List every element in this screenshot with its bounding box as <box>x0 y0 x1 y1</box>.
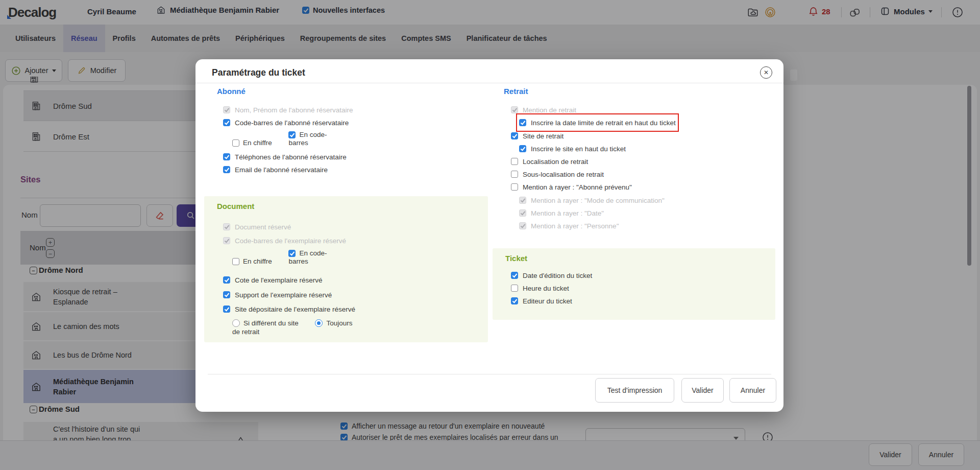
checkbox-label: Support de l'exemplaire réservé <box>235 291 332 299</box>
checkbox-row[interactable]: Cote de l'exemplaire réservé <box>223 274 322 286</box>
radio-button[interactable] <box>315 319 323 327</box>
checkbox-row[interactable]: Localisation de retrait <box>511 155 588 168</box>
checkbox-label: Nom, Prénom de l'abonné réservataire <box>235 106 353 114</box>
checkbox <box>519 222 526 229</box>
checkbox <box>223 106 230 113</box>
sub-options-row: En chiffre En code-barres <box>232 249 336 266</box>
checkbox <box>223 237 230 244</box>
checkbox-row[interactable]: Site dépositaire de l'exemplaire réservé <box>223 303 355 315</box>
checkbox-label: Cote de l'exemplaire réservé <box>235 276 322 284</box>
checkbox-row[interactable]: Support de l'exemplaire réservé <box>223 289 332 301</box>
checkbox-label: Mention à rayer : "Abonné prévenu" <box>523 183 632 191</box>
checkbox-label: Sous-localisation de retrait <box>523 171 604 178</box>
checkbox-label: Site dépositaire de l'exemplaire réservé <box>235 306 355 313</box>
checkbox-label: Mention à rayer : "Date" <box>531 209 604 217</box>
checkbox[interactable] <box>223 276 230 284</box>
checkbox-row: Mention à rayer : "Mode de communication… <box>519 194 665 206</box>
checkbox-row[interactable]: Inscrire le site en haut du ticket <box>519 143 626 155</box>
checkbox[interactable] <box>223 291 230 298</box>
checkbox[interactable] <box>223 166 230 173</box>
checkbox-row: Code-barres de l'exemplaire réservé <box>223 234 346 247</box>
ticket-settings-modal: Paramétrage du ticket ✕ Abonné Nom, Prén… <box>195 59 783 412</box>
checkbox[interactable] <box>232 139 239 147</box>
checkbox-label: Code-barres de l'abonné réservataire <box>235 119 349 127</box>
checkbox[interactable] <box>519 119 526 126</box>
checkbox-label: En chiffre <box>243 139 272 147</box>
checkbox-en-code-barres[interactable]: En code-barres <box>288 131 336 147</box>
checkbox-label: En chiffre <box>243 257 272 265</box>
checkbox[interactable] <box>288 131 296 138</box>
radio-button[interactable] <box>232 319 240 327</box>
checkbox <box>519 197 526 204</box>
modal-validate-button[interactable]: Valider <box>681 378 724 403</box>
checkbox[interactable] <box>511 285 518 292</box>
checkbox <box>511 106 518 113</box>
checkbox-label: Document réservé <box>235 223 291 231</box>
checkbox-label: Mention de retrait <box>523 106 576 114</box>
checkbox-row[interactable]: Editeur du ticket <box>511 295 572 307</box>
checkbox-label: Editeur du ticket <box>523 297 572 305</box>
checkbox[interactable] <box>223 119 230 126</box>
checkbox[interactable] <box>511 132 518 139</box>
checkbox-label: Inscrire le site en haut du ticket <box>531 145 626 153</box>
checkbox[interactable] <box>223 306 230 313</box>
checkbox-row[interactable]: Heure du ticket <box>511 282 569 294</box>
checkbox-row[interactable]: Code-barres de l'abonné réservataire <box>223 116 349 129</box>
sub-options-row: En chiffre En code-barres <box>232 131 336 147</box>
checkbox-row: Mention de retrait <box>511 104 576 116</box>
modal-cancel-button[interactable]: Annuler <box>729 378 776 403</box>
checkbox <box>223 223 230 230</box>
modal-title: Paramétrage du ticket <box>212 67 305 78</box>
divider <box>195 83 783 83</box>
checkbox-row[interactable]: Téléphones de l'abonné réservataire <box>223 151 347 163</box>
checkbox-label: Mention à rayer : "Personne" <box>531 222 619 230</box>
checkbox[interactable] <box>511 183 518 191</box>
section-heading-ticket: Ticket <box>505 254 527 263</box>
checkbox-label: Date d'édition du ticket <box>523 272 592 279</box>
test-print-button[interactable]: Test d'impression <box>595 378 674 403</box>
checkbox <box>519 209 526 217</box>
checkbox-row[interactable]: Email de l'abonné réservataire <box>223 163 328 176</box>
checkbox-row[interactable]: Sous-localisation de retrait <box>511 168 604 180</box>
checkbox-label: Téléphones de l'abonné réservataire <box>235 153 347 161</box>
radio-si-different[interactable]: Si différent du site de retrait <box>232 319 305 336</box>
checkbox-row[interactable]: Mention à rayer : "Abonné prévenu" <box>511 181 632 193</box>
checkbox-row: Nom, Prénom de l'abonné réservataire <box>223 104 353 116</box>
checkbox-en-code-barres[interactable]: En code-barres <box>288 249 336 266</box>
checkbox-row: Document réservé <box>223 221 291 233</box>
radio-toujours[interactable]: Toujours <box>315 319 352 327</box>
section-heading-abonne: Abonné <box>217 87 246 96</box>
divider <box>208 374 771 374</box>
checkbox[interactable] <box>519 145 526 152</box>
checkbox-label: Inscrire la date limite de retrait en ha… <box>531 119 676 127</box>
radio-label: Si différent du site de retrait <box>232 319 299 336</box>
checkbox-row: Mention à rayer : "Personne" <box>519 220 619 232</box>
checkbox[interactable] <box>511 297 518 304</box>
checkbox-label: Code-barres de l'exemplaire réservé <box>235 237 346 245</box>
radio-label: Toujours <box>326 319 352 327</box>
checkbox-label: Email de l'abonné réservataire <box>235 166 328 174</box>
checkbox-label: Localisation de retrait <box>523 158 588 166</box>
checkbox-en-chiffre[interactable]: En chiffre <box>232 139 281 147</box>
checkbox[interactable] <box>288 250 296 257</box>
checkbox-label: Heure du ticket <box>523 285 569 292</box>
section-heading-retrait: Retrait <box>504 87 528 96</box>
checkbox[interactable] <box>232 258 239 265</box>
checkbox-row[interactable]: Date d'édition du ticket <box>511 269 592 281</box>
checkbox-label: Mention à rayer : "Mode de communication… <box>531 197 665 204</box>
checkbox-row-date-limite[interactable]: Inscrire la date limite de retrait en ha… <box>519 116 676 129</box>
checkbox-label: Site de retrait <box>523 132 564 140</box>
close-icon[interactable]: ✕ <box>760 66 772 79</box>
section-heading-document: Document <box>217 202 254 210</box>
checkbox[interactable] <box>511 171 518 178</box>
checkbox-en-chiffre[interactable]: En chiffre <box>232 257 281 266</box>
checkbox[interactable] <box>223 153 230 160</box>
checkbox-row[interactable]: Site de retrait <box>511 130 564 142</box>
radio-options-row: Si différent du site de retrait Toujours <box>232 319 352 336</box>
checkbox[interactable] <box>511 158 518 165</box>
checkbox-row: Mention à rayer : "Date" <box>519 207 604 219</box>
checkbox[interactable] <box>511 272 518 279</box>
